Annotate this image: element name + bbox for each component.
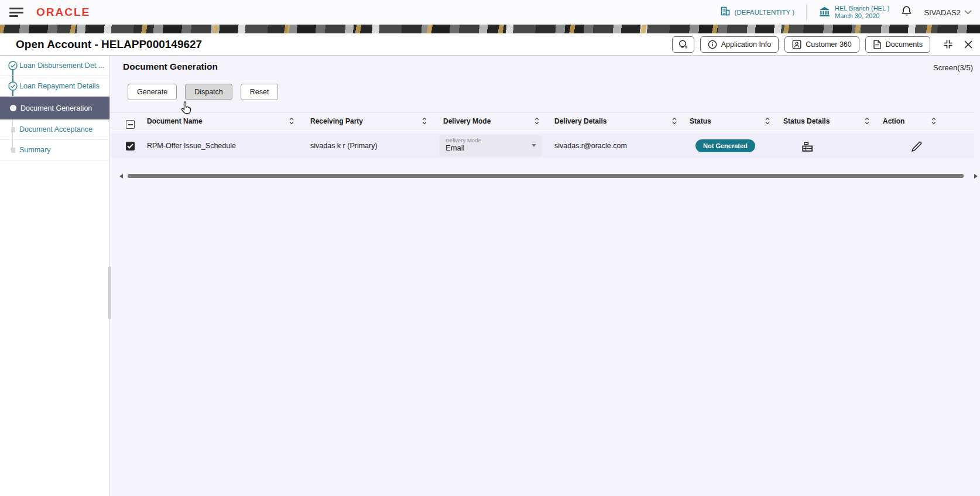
screen-indicator: Screen(3/5) <box>933 63 973 72</box>
topbar-divider <box>806 4 807 20</box>
step-label: Loan Repayment Details <box>19 82 100 90</box>
chevron-down-icon <box>964 10 972 15</box>
svg-text:?: ? <box>685 45 688 50</box>
branch-name: HEL Branch (HEL ) <box>835 5 889 12</box>
column-label: Delivery Mode <box>443 117 491 125</box>
column-label: Delivery Details <box>554 117 606 125</box>
customer-360-button[interactable]: Customer 360 <box>784 36 859 53</box>
application-info-label: Application Info <box>721 40 771 49</box>
scrollbar-thumb[interactable] <box>128 174 964 178</box>
document-name-cell: RPM-Offer Issue_Schedule <box>147 134 294 158</box>
collapse-expand-icon[interactable] <box>942 38 954 50</box>
status-details-button[interactable] <box>801 140 814 153</box>
sidebar-item-summary[interactable]: Summary <box>0 140 109 160</box>
branch-date: March 30, 2020 <box>835 12 879 19</box>
scroll-right-arrow-icon[interactable] <box>974 174 978 179</box>
sort-icon <box>765 117 770 125</box>
documents-table-header: Document Name Receiving Party Delivery M… <box>110 112 974 128</box>
delivery-mode-dropdown-value: Email <box>446 143 537 152</box>
menu-hamburger-icon[interactable] <box>9 8 23 17</box>
delivery-details-cell: sivadas.r@oracle.com <box>554 134 677 158</box>
document-icon <box>873 40 882 49</box>
scroll-left-arrow-icon[interactable] <box>119 174 123 179</box>
branch-info: HEL Branch (HEL ) March 30, 2020 <box>835 5 889 20</box>
bank-icon <box>818 6 831 19</box>
building-icon <box>720 6 731 19</box>
sidebar-item-document-generation[interactable]: Document Generation <box>0 97 109 119</box>
column-header-status-details[interactable]: Status Details <box>783 113 870 129</box>
application-top-bar: ORACLE (DEFAULTENTITY ) HEL Branch (HEL … <box>0 0 980 25</box>
customer-360-label: Customer 360 <box>806 40 852 49</box>
sidebar-item-loan-repayment-details[interactable]: Loan Repayment Details <box>0 76 109 97</box>
application-info-button[interactable]: Application Info <box>700 36 779 53</box>
document-generation-panel: Document Generation Screen(3/5) Generate… <box>110 56 980 496</box>
dispatch-button[interactable]: Dispatch <box>185 84 232 100</box>
customer-card-icon <box>792 40 801 49</box>
row-checkbox[interactable] <box>126 134 138 158</box>
background-texture-strip <box>0 25 980 33</box>
username: SIVADAS2 <box>924 8 961 17</box>
generate-button[interactable]: Generate <box>128 84 177 100</box>
step-completed-icon <box>8 81 18 91</box>
info-icon <box>708 40 717 49</box>
step-label: Document Generation <box>20 104 92 112</box>
receiving-party-cell: sivadas k r (Primary) <box>310 134 427 158</box>
edit-action-button[interactable] <box>910 140 923 153</box>
sort-icon <box>289 117 294 125</box>
screen-title-bar: Open Account - HELAPP000149627 ? Applica… <box>0 33 980 56</box>
step-label: Document Acceptance <box>19 125 92 134</box>
delivery-mode-dropdown-label: Delivery Mode <box>446 137 537 143</box>
column-header-delivery-details[interactable]: Delivery Details <box>554 113 677 129</box>
horizontal-scrollbar[interactable] <box>110 173 980 180</box>
entity-selector[interactable]: (DEFAULTENTITY ) <box>720 6 794 19</box>
delivery-mode-dropdown[interactable]: Delivery Mode Email <box>440 135 542 156</box>
page-title: Open Account - HELAPP000149627 <box>16 38 202 51</box>
status-details-icon <box>802 142 813 152</box>
column-header-document-name[interactable]: Document Name <box>147 113 294 129</box>
oracle-logo: ORACLE <box>36 6 90 19</box>
column-header-delivery-mode[interactable]: Delivery Mode <box>443 113 540 129</box>
step-active-icon <box>10 105 16 111</box>
step-pending-icon <box>11 148 15 153</box>
column-header-receiving-party[interactable]: Receiving Party <box>310 113 427 129</box>
status-badge: Not Generated <box>695 139 755 152</box>
select-all-checkbox[interactable] <box>126 117 138 132</box>
step-label: Loan Disbursement Det ... <box>19 61 104 70</box>
column-header-status[interactable]: Status <box>690 113 770 129</box>
column-label: Receiving Party <box>310 117 363 125</box>
sidebar-item-loan-disbursement-details[interactable]: Loan Disbursement Det ... <box>0 56 109 76</box>
sidebar-item-document-acceptance[interactable]: Document Acceptance <box>0 119 109 140</box>
dropdown-caret-icon <box>532 144 536 147</box>
step-label: Summary <box>19 146 50 154</box>
branch-selector[interactable]: HEL Branch (HEL ) March 30, 2020 <box>818 5 889 20</box>
sort-icon <box>422 117 427 125</box>
sort-icon <box>864 117 870 125</box>
close-icon[interactable] <box>964 40 973 49</box>
column-label: Action <box>883 117 904 125</box>
hint-icon: ? <box>678 39 688 50</box>
column-label: Status <box>690 117 711 125</box>
user-menu[interactable]: SIVADAS2 <box>924 8 972 17</box>
pencil-icon <box>910 141 923 153</box>
sort-icon <box>671 117 677 125</box>
wizard-step-sidebar: Loan Disbursement Det ... Loan Repayment… <box>0 56 110 496</box>
documents-button[interactable]: Documents <box>865 36 930 53</box>
table-row: RPM-Offer Issue_Schedule sivadas k r (Pr… <box>110 134 974 158</box>
notifications-bell-icon[interactable] <box>901 5 912 19</box>
column-label: Document Name <box>147 117 203 125</box>
step-completed-icon <box>8 61 18 70</box>
action-button-row: Generate Dispatch Reset <box>128 84 278 100</box>
entity-label: (DEFAULTENTITY ) <box>735 9 794 16</box>
column-header-action[interactable]: Action <box>883 113 937 129</box>
reset-button[interactable]: Reset <box>241 84 279 100</box>
documents-label: Documents <box>886 40 923 49</box>
sort-icon <box>534 117 540 125</box>
section-heading: Document Generation <box>123 61 218 72</box>
vertical-scrollbar[interactable] <box>108 266 111 319</box>
hint-button[interactable]: ? <box>672 36 694 53</box>
check-icon <box>127 143 133 149</box>
step-pending-icon <box>11 127 15 132</box>
sort-icon <box>931 117 937 125</box>
column-label: Status Details <box>783 117 830 125</box>
